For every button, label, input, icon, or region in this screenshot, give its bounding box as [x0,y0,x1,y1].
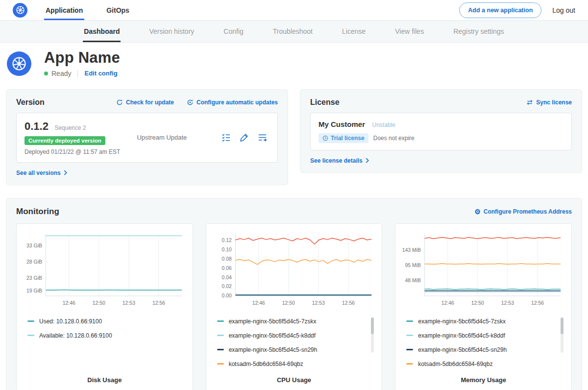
svg-text:12:50: 12:50 [93,300,105,306]
customer-name: My Customer [318,120,365,128]
configure-prometheus-link[interactable]: ⚙ Configure Prometheus Address [474,208,572,215]
clock-icon [322,135,328,141]
subnav-tab-version-history[interactable]: Version history [148,21,195,42]
deploy-logs-icon[interactable] [257,132,268,143]
logout-link[interactable]: Log out [552,6,575,14]
chart-plot-cpu-usage: 12:4612:5012:5312:560.120.100.080.060.04… [212,230,376,309]
svg-text:95 MiB: 95 MiB [405,263,421,268]
version-card: Version Check for update Configure autom… [6,89,288,185]
license-type-row: Trial license Does not expire [318,133,564,143]
legend-marker [217,349,224,350]
see-all-versions-link[interactable]: See all versions [16,170,67,176]
chevron-right-icon [366,158,369,163]
configure-automatic-updates-link[interactable]: Configure automatic updates [187,99,278,106]
app-header: App Name Ready Edit config [0,43,588,84]
legend-item: kotsadm-5db6dc6584-69qbz [406,359,555,368]
subnav-tab-view-files[interactable]: View files [394,21,425,42]
svg-text:0.12: 0.12 [221,238,232,243]
svg-text:0.06: 0.06 [221,265,232,270]
configure-prometheus-label: Configure Prometheus Address [484,208,572,215]
edit-config-link[interactable]: Edit config [84,70,117,77]
legend-marker [406,320,413,322]
sync-license-link[interactable]: Sync license [526,99,572,106]
chart-legend-memory-usage: example-nginx-5bc6f5d4c5-7zskxexample-ng… [401,317,565,368]
nav-tab-application[interactable]: Application [44,0,84,20]
chart-title: CPU Usage [212,368,376,384]
legend-label: example-nginx-5bc6f5d4c5-sn29h [418,346,507,353]
subnav-tab-license[interactable]: License [341,21,367,42]
subnav-tab-dashboard[interactable]: Dashboard [83,21,121,42]
kubernetes-logo[interactable] [13,3,27,18]
current-version-panel: 0.1.2 Sequence 2 Currently deployed vers… [16,113,278,163]
license-panel: My Customer Unstable Trial license Does … [310,113,572,150]
chevron-right-icon [64,170,67,175]
legend-marker [27,320,34,322]
svg-text:23 GiB: 23 GiB [26,275,42,281]
legend-item: Used: 10.128.0.66:9100 [27,317,176,326]
svg-text:12:50: 12:50 [282,300,294,306]
svg-text:19 GiB: 19 GiB [26,288,42,293]
check-for-update-link[interactable]: Check for update [116,99,174,106]
legend-marker [217,335,224,336]
version-card-title: Version [16,98,45,107]
legend-item: kotsadm-5db6dc6584-69qbz [217,359,366,368]
svg-text:12:56: 12:56 [342,300,355,306]
svg-text:12:46: 12:46 [252,300,265,306]
legend-label: example-nginx-5bc6f5d4c5-sn29h [229,346,318,353]
top-navbar: Application GitOps Add a new application… [0,0,588,21]
legend-marker [217,320,224,322]
subnav-tab-troubleshoot[interactable]: Troubleshoot [272,21,314,42]
legend-label: kotsadm-5db6dc6584-69qbz [229,361,303,367]
chart-card-cpu-usage: 12:4612:5012:5312:560.120.100.080.060.04… [206,223,383,390]
trial-license-badge: Trial license [318,133,368,143]
add-application-button[interactable]: Add a new application [459,2,541,18]
svg-text:0.08: 0.08 [221,256,232,261]
license-card: License Sync license My Customer Unstabl… [300,89,582,173]
chart-legend-cpu-usage: example-nginx-5bc6f5d4c5-7zskxexample-ng… [212,317,376,368]
edit-pen-icon[interactable] [239,132,249,143]
see-license-details-link[interactable]: See license details [310,157,369,164]
svg-text:12:56: 12:56 [531,300,544,306]
legend-scrollbar[interactable] [561,317,564,353]
legend-item: example-nginx-5bc6f5d4c5-k8ddf [406,331,555,340]
helm-wheel-icon [16,5,25,15]
cards-row: Version Check for update Configure autom… [0,89,588,185]
nav-tab-gitops[interactable]: GitOps [105,0,131,20]
version-card-header: Version Check for update Configure autom… [16,98,278,107]
svg-text:12:53: 12:53 [122,300,135,306]
legend-label: Available: 10.128.0.66:9100 [39,332,112,339]
legend-scrollbar-thumb[interactable] [561,317,564,334]
version-sequence: Sequence 2 [54,124,86,131]
navbar-right: Add a new application Log out [459,0,575,20]
version-card-links: Check for update Configure automatic upd… [116,99,278,106]
legend-label: example-nginx-5bc6f5d4c5-7zskx [418,318,506,325]
subnav-tabs: DashboardVersion historyConfigTroublesho… [0,21,588,42]
license-channel: Unstable [372,122,395,128]
license-expiry: Does not expire [373,135,415,142]
app-subnav: DashboardVersion historyConfigTroublesho… [0,21,588,43]
legend-marker [217,363,224,365]
release-notes-icon[interactable] [221,132,231,143]
monitoring-title: Monitoring [16,207,59,217]
subnav-tab-config[interactable]: Config [222,21,244,42]
monitoring-header: Monitoring ⚙ Configure Prometheus Addres… [16,207,572,217]
chart-card-memory-usage: 12:4612:5012:5312:56143 MiB95 MiB48 MiBe… [395,223,572,390]
legend-scrollbar-thumb[interactable] [371,317,374,334]
legend-label: Used: 10.128.0.66:9100 [39,318,102,325]
chart-title: Memory Usage [401,368,565,384]
svg-text:12:46: 12:46 [441,300,454,306]
navbar-left: Application GitOps [13,0,151,20]
legend-label: kotsadm-5db6dc6584-69qbz [418,361,492,367]
subnav-tab-registry-settings[interactable]: Registry settings [452,21,505,42]
svg-text:48 MiB: 48 MiB [405,278,421,283]
legend-item: example-nginx-5bc6f5d4c5-sn29h [217,345,366,354]
see-all-versions-label: See all versions [16,170,61,176]
deployed-status-badge: Currently deployed version [24,136,105,145]
legend-marker [406,335,413,336]
svg-text:0.10: 0.10 [221,247,232,252]
app-logo [7,51,31,76]
legend-scrollbar[interactable] [371,317,374,353]
svg-text:0.02: 0.02 [221,284,232,289]
version-actions [221,132,270,143]
legend-label: example-nginx-5bc6f5d4c5-k8ddf [418,332,505,339]
